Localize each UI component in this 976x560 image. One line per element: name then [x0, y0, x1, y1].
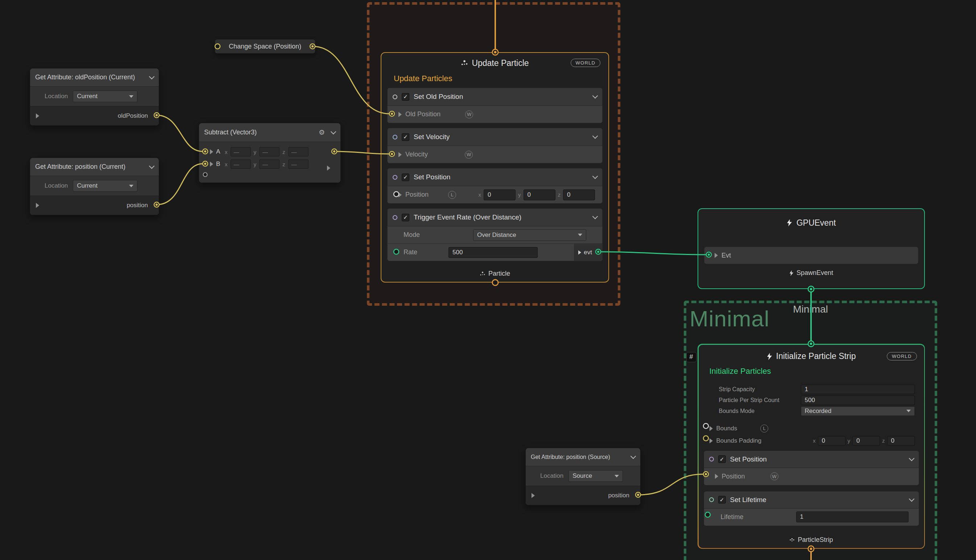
- node-header[interactable]: Get Attribute: oldPosition (Current): [30, 68, 159, 87]
- chevron-down-icon[interactable]: [630, 453, 636, 459]
- block-toggle-circle[interactable]: [393, 215, 397, 220]
- port-arrow-icon[interactable]: [715, 253, 718, 258]
- location-dropdown[interactable]: Source: [568, 470, 623, 482]
- dropdown-arrow-icon: [578, 233, 582, 236]
- block-toggle-circle[interactable]: [393, 95, 397, 99]
- collapse-arrow-icon[interactable]: [36, 203, 39, 208]
- chevron-down-icon[interactable]: [592, 214, 598, 220]
- block-set-position[interactable]: ✓ Set Position: [704, 451, 919, 468]
- port-arrow-icon[interactable]: [710, 426, 713, 431]
- particle-per-strip-input[interactable]: 500: [801, 395, 915, 405]
- position-y-input[interactable]: 0: [523, 190, 555, 200]
- subtract-node[interactable]: Subtract (Vector3) ⚙ A x — y — z — B x —…: [199, 123, 341, 183]
- a-x-input[interactable]: —: [231, 147, 251, 157]
- chevron-down-icon[interactable]: [592, 173, 598, 179]
- bounds-mode-dropdown[interactable]: Recorded: [801, 407, 915, 416]
- block-toggle-circle[interactable]: [393, 135, 397, 140]
- collapse-arrow-icon[interactable]: [531, 493, 535, 498]
- node-header[interactable]: Get Attribute: position (Source): [526, 448, 640, 466]
- block-enabled-checkbox[interactable]: ✓: [402, 214, 409, 221]
- port-arrow-icon[interactable]: [398, 192, 402, 197]
- block-enabled-checkbox[interactable]: ✓: [402, 93, 409, 101]
- spawn-event-footer: SpawnEvent: [698, 269, 924, 277]
- wire-oldposition-to-subtract-a[interactable]: [157, 115, 203, 152]
- space-badge[interactable]: WORLD: [571, 59, 600, 67]
- node-title-row[interactable]: GPUEvent: [698, 209, 924, 237]
- a-y-input[interactable]: —: [259, 147, 279, 157]
- block-set-position[interactable]: ✓ Set Position: [387, 168, 603, 186]
- block-enabled-checkbox[interactable]: ✓: [402, 133, 409, 141]
- port-label: Position: [405, 191, 429, 198]
- block-set-lifetime[interactable]: ✓ Set Lifetime: [704, 491, 919, 508]
- bounds-padding-x-input[interactable]: 0: [818, 436, 846, 445]
- collapse-arrow-icon[interactable]: [210, 162, 213, 167]
- change-space-node[interactable]: Change Space (Position): [215, 39, 316, 53]
- space-badge[interactable]: WORLD: [887, 352, 917, 360]
- get-attribute-position-current-node[interactable]: Get Attribute: position (Current) Locati…: [30, 158, 159, 215]
- block-toggle-circle[interactable]: [393, 175, 397, 180]
- particle-per-strip-row: Particle Per Strip Count 500: [719, 395, 915, 405]
- port-arrow-icon[interactable]: [398, 152, 402, 157]
- context-title-row[interactable]: Update Particle WORLD: [381, 54, 608, 72]
- port-arrow-icon[interactable]: [398, 112, 402, 117]
- b-z-input[interactable]: —: [288, 159, 309, 169]
- update-particle-context[interactable]: Update Particle WORLD Update Particles ✓…: [381, 52, 609, 283]
- chevron-down-icon[interactable]: [331, 128, 336, 134]
- block-toggle-circle[interactable]: [709, 497, 714, 502]
- velocity-port-row: Velocity W: [387, 146, 603, 163]
- port-arrow-icon[interactable]: [710, 438, 713, 443]
- block-enabled-checkbox[interactable]: ✓: [402, 173, 409, 181]
- mode-dropdown[interactable]: Over Distance: [473, 229, 586, 241]
- hash-badge[interactable]: #: [686, 352, 697, 362]
- chevron-down-icon[interactable]: [592, 93, 598, 99]
- axis-y-label: y: [518, 192, 521, 198]
- dropdown-arrow-icon: [615, 475, 619, 477]
- block-enabled-checkbox[interactable]: ✓: [718, 455, 726, 463]
- gpu-event-node[interactable]: GPUEvent Evt SpawnEvent: [698, 208, 925, 289]
- block-set-velocity[interactable]: ✓ Set Velocity: [387, 128, 603, 146]
- block-set-old-position[interactable]: ✓ Set Old Position: [387, 88, 603, 106]
- wire-position-to-subtract-b[interactable]: [157, 164, 203, 205]
- a-z-input[interactable]: —: [288, 147, 309, 157]
- block-enabled-checkbox[interactable]: ✓: [718, 496, 726, 503]
- vfx-graph-canvas[interactable]: Minimal Minimal Change Space (Position) …: [0, 0, 976, 560]
- bounds-mode-value: Recorded: [805, 408, 832, 415]
- axis-x-label: x: [225, 149, 228, 155]
- collapse-arrow-icon[interactable]: [210, 149, 213, 154]
- bounds-padding-y-input[interactable]: 0: [852, 436, 880, 445]
- chevron-down-icon[interactable]: [909, 455, 914, 461]
- location-value: Source: [572, 472, 592, 480]
- output-collapse-arrow-icon[interactable]: [327, 165, 330, 171]
- particle-icon: [461, 60, 468, 66]
- node-header[interactable]: Subtract (Vector3) ⚙: [199, 123, 341, 142]
- gear-icon[interactable]: ⚙: [319, 128, 325, 137]
- b-x-input[interactable]: —: [231, 159, 251, 169]
- system-name-label: Initialize Particles: [699, 365, 924, 377]
- position-x-input[interactable]: 0: [484, 190, 516, 200]
- get-attribute-oldposition-node[interactable]: Get Attribute: oldPosition (Current) Loc…: [30, 68, 159, 126]
- context-title-row[interactable]: Initialize Particle Strip WORLD: [699, 348, 924, 365]
- position-z-input[interactable]: 0: [563, 190, 595, 200]
- block-trigger-event-rate[interactable]: ✓ Trigger Event Rate (Over Distance): [387, 208, 603, 227]
- lifetime-input[interactable]: 1: [796, 512, 909, 522]
- mode-row: Mode Over Distance: [387, 227, 603, 244]
- chevron-down-icon[interactable]: [149, 163, 155, 169]
- block-toggle-circle[interactable]: [709, 457, 714, 462]
- old-position-port-row: Old Position W: [387, 106, 603, 123]
- collapse-arrow-icon[interactable]: [36, 113, 39, 118]
- b-y-input[interactable]: —: [259, 159, 279, 169]
- chevron-down-icon[interactable]: [149, 73, 155, 79]
- node-header[interactable]: Get Attribute: position (Current): [30, 158, 159, 176]
- evt-output-port[interactable]: evt: [574, 244, 602, 261]
- get-attribute-position-source-node[interactable]: Get Attribute: position (Source) Locatio…: [525, 448, 641, 505]
- location-dropdown[interactable]: Current: [73, 90, 137, 102]
- system-name-label: Update Particles: [381, 72, 608, 85]
- port-arrow-icon[interactable]: [715, 474, 718, 479]
- chevron-down-icon[interactable]: [592, 133, 598, 139]
- chevron-down-icon[interactable]: [909, 496, 914, 502]
- rate-input[interactable]: 500: [448, 247, 538, 258]
- bounds-padding-z-input[interactable]: 0: [887, 436, 915, 445]
- initialize-particle-strip-node[interactable]: # Initialize Particle Strip WORLD Initia…: [698, 344, 925, 549]
- strip-capacity-input[interactable]: 1: [801, 385, 915, 394]
- location-dropdown[interactable]: Current: [73, 180, 137, 192]
